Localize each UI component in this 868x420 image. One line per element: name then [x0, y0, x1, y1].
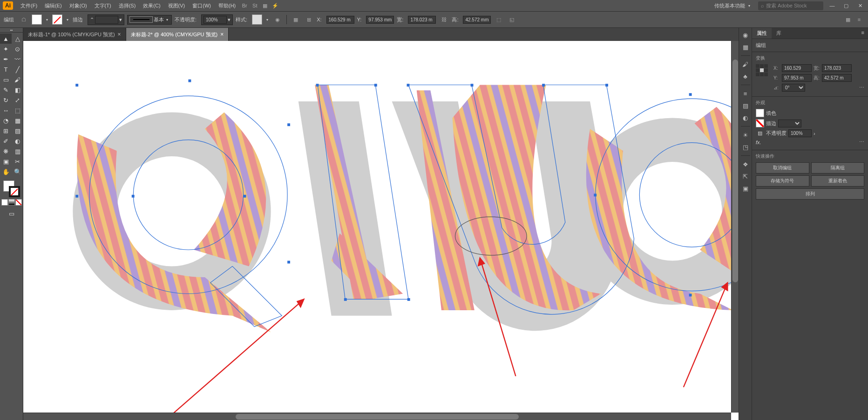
- bridge-icon[interactable]: Br: [239, 0, 250, 11]
- graphic-styles-panel-icon[interactable]: ◳: [740, 142, 751, 152]
- appearance-stroke-swatch[interactable]: [756, 119, 764, 127]
- window-minimize[interactable]: —: [827, 2, 837, 9]
- stroke-weight-input[interactable]: ⌃▾: [88, 14, 124, 25]
- hand-tool[interactable]: ✋: [0, 167, 12, 177]
- vertical-scrollbar[interactable]: [731, 41, 739, 413]
- curvature-tool[interactable]: 〰: [12, 54, 23, 64]
- opacity-chevron-icon[interactable]: ›: [814, 131, 815, 136]
- arrange-button[interactable]: 排列: [756, 188, 864, 200]
- rotate-tool[interactable]: ↻: [0, 95, 12, 105]
- shaper-tool[interactable]: ✎: [0, 85, 12, 95]
- opacity-field[interactable]: [203, 16, 227, 24]
- search-input[interactable]: ⌕ 搜索 Adobe Stock: [758, 1, 823, 10]
- fill-dropdown[interactable]: ▾: [45, 18, 49, 22]
- menu-window[interactable]: 窗口(W): [189, 1, 215, 11]
- horizontal-scrollbar[interactable]: [23, 413, 731, 420]
- ungroup-button[interactable]: 取消编组: [756, 162, 809, 173]
- menu-type[interactable]: 文字(T): [91, 1, 115, 11]
- w-input[interactable]: [408, 16, 436, 24]
- link-wh-icon[interactable]: ⛓: [439, 14, 449, 25]
- appearance-stroke-weight[interactable]: [778, 120, 801, 127]
- doc-tab-2[interactable]: 未标题-2* @ 400% (CMYK/GPU 预览) ×: [126, 28, 229, 41]
- fill-swatch[interactable]: [32, 14, 42, 25]
- rectangle-tool[interactable]: ▭: [0, 74, 12, 85]
- panel-menu-icon[interactable]: ≡: [854, 14, 864, 25]
- artboard-tool[interactable]: ▣: [0, 156, 12, 167]
- magic-wand-tool[interactable]: ✦: [0, 44, 12, 54]
- swatches-panel-icon[interactable]: ▦: [740, 42, 751, 52]
- zoom-tool[interactable]: 🔍: [12, 167, 23, 177]
- prop-w-input[interactable]: [822, 64, 852, 72]
- isolate-button[interactable]: 隔离组: [811, 162, 865, 173]
- screen-mode[interactable]: ▭: [6, 208, 17, 219]
- slice-tool[interactable]: ✂: [12, 156, 23, 167]
- graphic-style-swatch[interactable]: [252, 14, 262, 25]
- color-mode[interactable]: [1, 199, 8, 206]
- align-icon[interactable]: ▦: [291, 14, 301, 25]
- artboards-panel-icon[interactable]: ▣: [740, 183, 751, 193]
- fill-stroke-control[interactable]: [3, 180, 20, 197]
- stroke-swatch[interactable]: [52, 14, 62, 25]
- menu-view[interactable]: 视图(V): [164, 1, 189, 11]
- width-tool[interactable]: ↔: [0, 105, 12, 115]
- eraser-tool[interactable]: ◧: [12, 85, 23, 95]
- asset-export-panel-icon[interactable]: ⇱: [740, 171, 751, 181]
- menu-edit[interactable]: 编辑(E): [41, 1, 66, 11]
- prop-h-input[interactable]: [822, 74, 852, 82]
- appearance-fill-swatch[interactable]: [756, 109, 764, 117]
- canvas[interactable]: [23, 41, 739, 420]
- isolate-icon[interactable]: ◱: [507, 14, 517, 25]
- stroke-panel-icon[interactable]: ≡: [740, 88, 751, 99]
- prop-x-input[interactable]: [782, 64, 812, 72]
- recolor-button[interactable]: 重新着色: [811, 175, 865, 187]
- stroke-dropdown[interactable]: ▾: [65, 18, 70, 22]
- line-tool[interactable]: ╱: [12, 64, 23, 74]
- brushes-panel-icon[interactable]: 🖌: [740, 59, 751, 69]
- gradient-mode[interactable]: [8, 199, 15, 206]
- toolbar-grip[interactable]: ••: [0, 28, 23, 33]
- toggle-panels-icon[interactable]: ▦: [843, 14, 853, 25]
- y-input[interactable]: [366, 16, 394, 24]
- layers-panel-icon[interactable]: ❖: [740, 159, 751, 169]
- stroke-color[interactable]: [9, 186, 20, 197]
- recolor-icon[interactable]: ◉: [272, 14, 283, 25]
- mesh-tool[interactable]: ⊞: [0, 126, 12, 136]
- none-mode[interactable]: [15, 199, 22, 206]
- prop-y-input[interactable]: [782, 74, 812, 82]
- close-icon[interactable]: ×: [118, 31, 121, 38]
- shape-builder-tool[interactable]: ◔: [0, 115, 12, 126]
- prop-angle-input[interactable]: 0°: [782, 84, 805, 92]
- home-icon[interactable]: ☖: [19, 14, 29, 25]
- doc-tab-1[interactable]: 未标题-1* @ 100% (CMYK/GPU 预览) ×: [23, 28, 126, 41]
- style-dropdown[interactable]: ▾: [265, 18, 270, 22]
- panel-menu-icon[interactable]: ≡: [858, 28, 868, 39]
- pen-tool[interactable]: ✒: [0, 54, 12, 64]
- menu-object[interactable]: 对象(O): [66, 1, 91, 11]
- window-close[interactable]: ✕: [855, 2, 865, 9]
- gradient-panel-icon[interactable]: ▨: [740, 100, 751, 111]
- tab-libraries[interactable]: 库: [772, 28, 786, 39]
- arrange-docs-icon[interactable]: ▦: [260, 0, 270, 11]
- x-input[interactable]: [326, 16, 354, 24]
- color-panel-icon[interactable]: ◉: [740, 30, 751, 40]
- appearance-panel-icon[interactable]: ☀: [740, 130, 751, 140]
- tab-properties[interactable]: 属性: [752, 28, 772, 39]
- more-options-icon[interactable]: ⋯: [859, 85, 864, 91]
- lasso-tool[interactable]: ⊙: [12, 44, 23, 54]
- stroke-weight-field[interactable]: [95, 16, 118, 24]
- free-transform-tool[interactable]: ⬚: [12, 105, 23, 115]
- transparency-panel-icon[interactable]: ◐: [740, 113, 751, 123]
- window-maximize[interactable]: ▢: [841, 2, 851, 9]
- menu-file[interactable]: 文件(F): [17, 1, 41, 11]
- blend-tool[interactable]: ◐: [12, 136, 23, 146]
- reference-point[interactable]: [756, 64, 768, 93]
- symbol-sprayer-tool[interactable]: ❋: [0, 146, 12, 156]
- stock-icon[interactable]: St: [250, 0, 260, 11]
- gradient-tool[interactable]: ▨: [12, 126, 23, 136]
- menu-select[interactable]: 选择(S): [115, 1, 140, 11]
- shape-icon[interactable]: ⬚: [494, 14, 504, 25]
- selection-tool[interactable]: ▲: [0, 33, 12, 44]
- scale-tool[interactable]: ⤢: [12, 95, 23, 105]
- opacity-input[interactable]: ▾: [201, 14, 233, 25]
- paintbrush-tool[interactable]: 🖌: [12, 74, 23, 85]
